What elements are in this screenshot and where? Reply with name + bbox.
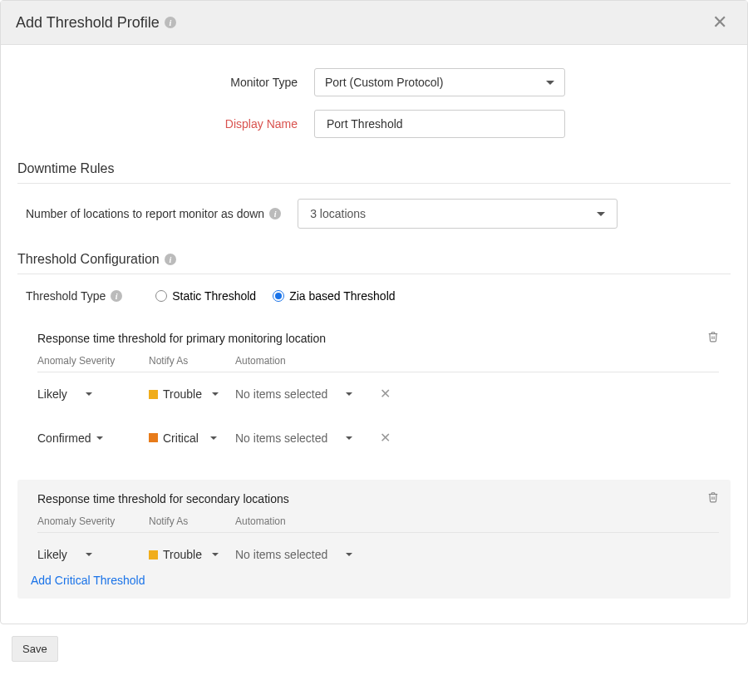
- threshold-type-row: Threshold Type i Static Threshold Zia ba…: [26, 289, 731, 303]
- automation-select[interactable]: No items selected: [235, 387, 352, 401]
- chevron-down-icon: [86, 553, 92, 556]
- notify-chip: Critical: [149, 431, 199, 445]
- radio-icon: [155, 290, 167, 302]
- threshold-section-header: Threshold Configuration i: [17, 252, 731, 274]
- table-row: Likely Trouble: [37, 533, 719, 570]
- primary-block-header: Response time threshold for primary moni…: [37, 331, 719, 345]
- primary-threshold-block: Response time threshold for primary moni…: [17, 319, 731, 471]
- dialog-title-text: Add Threshold Profile: [16, 14, 160, 32]
- add-threshold-dialog: Add Threshold Profile i ✕ Monitor Type P…: [0, 0, 748, 624]
- display-name-row: Display Name: [17, 110, 731, 138]
- notify-chip: Trouble: [149, 548, 202, 561]
- col-notify: Notify As: [149, 515, 235, 527]
- info-icon[interactable]: i: [111, 290, 122, 302]
- automation-value: No items selected: [235, 387, 327, 401]
- chevron-down-icon: [346, 553, 352, 556]
- dialog-footer: Save: [0, 624, 748, 673]
- dialog-body: Monitor Type Port (Custom Protocol) Disp…: [1, 45, 747, 624]
- radio-static-label: Static Threshold: [172, 289, 256, 303]
- status-color-icon: [149, 550, 158, 560]
- col-notify: Notify As: [149, 355, 235, 367]
- close-icon[interactable]: ✕: [380, 431, 391, 445]
- chevron-down-icon: [546, 81, 554, 85]
- col-automation: Automation: [235, 355, 367, 367]
- radio-zia-threshold[interactable]: Zia based Threshold: [273, 289, 395, 303]
- automation-value: No items selected: [235, 431, 327, 445]
- chevron-down-icon: [597, 212, 605, 216]
- notify-select[interactable]: Trouble: [149, 548, 219, 561]
- primary-block-title: Response time threshold for primary moni…: [37, 332, 326, 345]
- downtime-locations-row: Number of locations to report monitor as…: [26, 199, 731, 229]
- dialog-header: Add Threshold Profile i ✕: [1, 1, 747, 45]
- downtime-section-header: Downtime Rules: [17, 161, 731, 184]
- secondary-block-header: Response time threshold for secondary lo…: [37, 491, 719, 505]
- dialog-title: Add Threshold Profile i: [16, 14, 176, 32]
- chevron-down-icon: [212, 553, 219, 556]
- threshold-section-title: Threshold Configuration: [17, 252, 160, 267]
- monitor-type-label: Monitor Type: [17, 76, 314, 89]
- severity-value: Likely: [37, 548, 67, 561]
- threshold-type-label: Threshold Type i: [26, 289, 122, 303]
- chevron-down-icon: [346, 436, 352, 440]
- downtime-locations-label: Number of locations to report monitor as…: [26, 207, 281, 220]
- automation-select[interactable]: No items selected: [235, 548, 352, 561]
- downtime-locations-label-text: Number of locations to report monitor as…: [26, 207, 264, 220]
- monitor-type-value: Port (Custom Protocol): [325, 76, 443, 89]
- severity-value: Likely: [37, 387, 67, 401]
- chevron-down-icon: [210, 436, 217, 440]
- trash-icon[interactable]: [707, 491, 719, 505]
- chevron-down-icon: [96, 436, 103, 440]
- table-header-row: Anomaly Severity Notify As Automation: [37, 350, 719, 372]
- chevron-down-icon: [212, 392, 219, 396]
- notify-select[interactable]: Trouble: [149, 387, 219, 401]
- severity-select[interactable]: Confirmed: [37, 431, 103, 445]
- chevron-down-icon: [346, 392, 352, 396]
- monitor-type-row: Monitor Type Port (Custom Protocol): [17, 68, 731, 96]
- primary-threshold-table: Anomaly Severity Notify As Automation Li…: [37, 350, 719, 460]
- radio-icon: [273, 290, 284, 302]
- add-critical-threshold-link[interactable]: Add Critical Threshold: [31, 574, 719, 587]
- notify-value: Critical: [163, 431, 199, 445]
- table-row: Confirmed Critical: [37, 417, 719, 461]
- col-severity: Anomaly Severity: [37, 355, 149, 367]
- notify-select[interactable]: Critical: [149, 431, 217, 445]
- severity-select[interactable]: Likely: [37, 548, 92, 561]
- radio-zia-label: Zia based Threshold: [289, 289, 395, 303]
- display-name-label: Display Name: [17, 117, 314, 131]
- automation-select[interactable]: No items selected: [235, 431, 352, 445]
- status-color-icon: [149, 390, 158, 399]
- secondary-threshold-table: Anomaly Severity Notify As Automation Li…: [37, 510, 719, 570]
- secondary-threshold-block: Response time threshold for secondary lo…: [17, 480, 731, 599]
- downtime-locations-value: 3 locations: [310, 207, 366, 220]
- notify-chip: Trouble: [149, 387, 202, 401]
- col-automation: Automation: [235, 515, 367, 527]
- secondary-block-title: Response time threshold for secondary lo…: [37, 492, 289, 505]
- info-icon[interactable]: i: [269, 208, 281, 219]
- save-button[interactable]: Save: [12, 636, 58, 662]
- monitor-type-select[interactable]: Port (Custom Protocol): [314, 68, 565, 96]
- automation-value: No items selected: [235, 548, 327, 561]
- notify-value: Trouble: [163, 548, 202, 561]
- severity-select[interactable]: Likely: [37, 387, 92, 401]
- display-name-input[interactable]: [325, 116, 554, 131]
- close-icon[interactable]: ✕: [380, 387, 391, 401]
- col-severity: Anomaly Severity: [37, 515, 149, 527]
- info-icon[interactable]: i: [165, 17, 176, 28]
- display-name-input-wrap: [314, 110, 565, 138]
- threshold-type-label-text: Threshold Type: [26, 289, 106, 303]
- chevron-down-icon: [86, 392, 92, 396]
- status-color-icon: [149, 433, 158, 442]
- info-icon[interactable]: i: [165, 254, 176, 265]
- severity-value: Confirmed: [37, 431, 91, 445]
- downtime-locations-select[interactable]: 3 locations: [298, 199, 618, 229]
- table-header-row: Anomaly Severity Notify As Automation: [37, 510, 719, 533]
- table-row: Likely Trouble: [37, 372, 719, 417]
- notify-value: Trouble: [163, 387, 202, 401]
- trash-icon[interactable]: [707, 331, 719, 345]
- close-icon[interactable]: ✕: [707, 12, 732, 32]
- downtime-section-title: Downtime Rules: [17, 161, 114, 176]
- radio-static-threshold[interactable]: Static Threshold: [155, 289, 256, 303]
